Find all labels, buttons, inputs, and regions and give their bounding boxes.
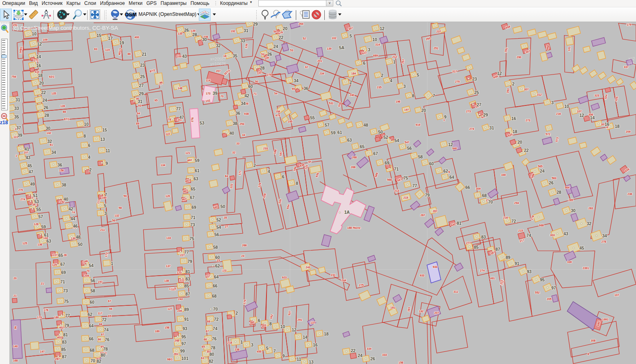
- svg-text:168: 168: [13, 359, 18, 362]
- svg-text:2391: 2391: [583, 267, 589, 270]
- svg-text:56: 56: [214, 232, 219, 237]
- svg-text:138: 138: [164, 279, 169, 282]
- svg-text:923: 923: [282, 276, 287, 279]
- svg-text:33: 33: [240, 38, 245, 43]
- svg-text:689: 689: [373, 54, 378, 57]
- svg-text:59: 59: [123, 195, 127, 197]
- svg-text:64: 64: [449, 175, 454, 180]
- svg-text:83: 83: [94, 48, 97, 50]
- svg-text:754: 754: [11, 75, 16, 78]
- svg-text:95: 95: [181, 334, 186, 339]
- svg-text:236: 236: [627, 193, 632, 195]
- svg-text:24: 24: [241, 254, 244, 257]
- svg-text:6: 6: [88, 143, 90, 148]
- svg-text:91: 91: [184, 317, 189, 322]
- svg-text:89: 89: [184, 307, 189, 312]
- svg-text:1: 1: [240, 340, 243, 344]
- svg-text:2: 2: [350, 80, 352, 85]
- svg-text:70: 70: [220, 95, 224, 98]
- svg-text:248: 248: [174, 339, 179, 342]
- svg-text:97: 97: [181, 341, 186, 346]
- svg-text:93: 93: [183, 326, 187, 331]
- svg-text:121: 121: [185, 151, 190, 154]
- svg-text:10: 10: [84, 122, 89, 127]
- svg-text:101: 101: [181, 356, 189, 361]
- svg-text:65: 65: [360, 144, 365, 149]
- svg-text:28: 28: [192, 32, 197, 37]
- svg-text:66: 66: [204, 338, 207, 341]
- svg-text:20: 20: [39, 81, 44, 86]
- svg-text:81: 81: [50, 143, 53, 146]
- svg-text:21: 21: [13, 294, 17, 297]
- svg-text:120: 120: [165, 195, 170, 197]
- svg-text:61: 61: [195, 168, 200, 173]
- svg-text:81: 81: [185, 269, 190, 274]
- svg-text:196: 196: [396, 100, 401, 103]
- svg-text:42: 42: [68, 206, 73, 211]
- svg-text:78: 78: [168, 118, 171, 121]
- svg-text:156: 156: [59, 169, 64, 172]
- svg-text:23: 23: [140, 63, 145, 68]
- svg-text:101: 101: [568, 46, 571, 51]
- svg-text:87: 87: [185, 292, 190, 296]
- svg-text:61: 61: [337, 130, 342, 135]
- svg-text:8: 8: [588, 353, 589, 355]
- svg-text:89: 89: [136, 122, 139, 125]
- svg-text:76: 76: [105, 337, 110, 342]
- svg-text:8: 8: [269, 321, 272, 326]
- svg-text:24: 24: [42, 98, 47, 103]
- svg-text:59: 59: [41, 224, 46, 229]
- svg-text:50: 50: [378, 129, 383, 134]
- svg-text:7: 7: [273, 349, 276, 353]
- svg-text:192: 192: [231, 30, 235, 33]
- svg-text:24: 24: [273, 44, 278, 49]
- svg-text:30: 30: [202, 37, 207, 42]
- svg-text:919: 919: [416, 123, 420, 126]
- svg-text:54: 54: [273, 30, 277, 33]
- svg-text:10: 10: [372, 37, 377, 42]
- svg-text:20: 20: [421, 108, 426, 113]
- svg-text:65: 65: [191, 186, 196, 191]
- svg-text:73: 73: [190, 222, 195, 227]
- svg-text:50: 50: [78, 242, 83, 247]
- svg-text:137: 137: [310, 321, 315, 324]
- svg-text:74: 74: [213, 326, 218, 331]
- svg-text:57: 57: [325, 123, 330, 127]
- svg-text:211: 211: [100, 228, 105, 231]
- svg-text:38: 38: [233, 121, 238, 126]
- svg-text:3: 3: [251, 342, 253, 347]
- svg-text:273: 273: [526, 119, 530, 122]
- svg-text:222: 222: [230, 184, 233, 189]
- svg-text:16: 16: [511, 116, 516, 121]
- svg-text:308: 308: [591, 339, 596, 342]
- svg-text:147: 147: [40, 350, 45, 353]
- svg-text:568: 568: [387, 178, 392, 181]
- svg-text:54: 54: [394, 138, 399, 143]
- svg-text:4: 4: [88, 155, 90, 160]
- svg-text:312: 312: [537, 93, 542, 96]
- svg-text:227: 227: [53, 254, 58, 257]
- svg-text:668: 668: [539, 224, 544, 227]
- svg-text:52: 52: [303, 37, 306, 40]
- svg-text:21: 21: [41, 282, 44, 285]
- svg-text:67: 67: [190, 195, 195, 200]
- svg-text:95: 95: [540, 277, 545, 282]
- svg-text:132: 132: [114, 214, 119, 217]
- svg-text:88: 88: [63, 110, 66, 113]
- svg-text:188 /None: 188 /None: [347, 226, 361, 229]
- svg-text:123: 123: [177, 271, 182, 274]
- svg-text:184: 184: [351, 72, 356, 75]
- svg-text:69: 69: [61, 270, 66, 275]
- svg-text:136: 136: [37, 243, 42, 246]
- svg-text:6: 6: [258, 318, 260, 323]
- svg-text:58: 58: [213, 245, 218, 250]
- svg-text:11: 11: [106, 148, 110, 153]
- svg-text:42: 42: [244, 93, 249, 98]
- svg-text:65: 65: [202, 345, 205, 348]
- svg-text:565: 565: [538, 165, 543, 168]
- svg-text:278: 278: [601, 240, 606, 243]
- svg-text:70: 70: [488, 200, 493, 204]
- svg-text:938: 938: [244, 112, 249, 115]
- svg-text:274: 274: [20, 198, 25, 201]
- svg-text:563: 563: [552, 177, 557, 180]
